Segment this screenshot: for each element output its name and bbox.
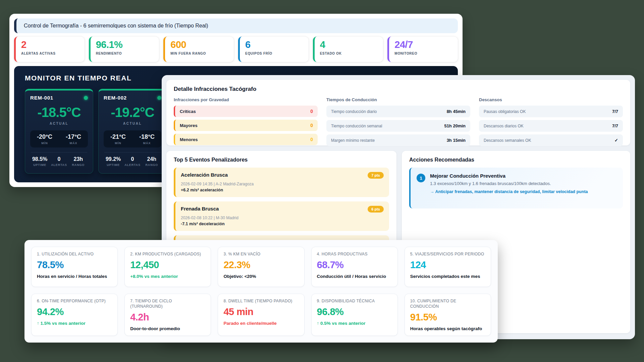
trailer-alerts-value: 0: [49, 156, 68, 162]
fleet-kpi-panel: 1. UTILIZACIÓN DEL ACTIVO 78.5% Horas en…: [24, 240, 498, 343]
thermography-title: Control de Termografía - 6 semirremolque…: [24, 23, 208, 29]
trailer-card-rem-001: REM-001 -18.5°C ACTUAL -20°C MÍN -17°C M…: [25, 89, 93, 174]
metric-value: 22.3%: [223, 259, 299, 270]
kpi-card-rendimiento: 96.1% RENDIMIENTO: [89, 37, 159, 62]
trailer-minmax-box: -20°C MÍN -17°C MÁX: [30, 130, 88, 147]
metric-subtext: Servicios completados este mes: [410, 274, 485, 279]
metric-subtext: Parado en cliente/muelle: [223, 321, 299, 326]
info-label: Pausas obligatorias OK: [484, 109, 526, 114]
trailer-stats-row: 99.2% UPTIME 0 ALERTAS 24h RANGO: [104, 156, 161, 167]
kpi-value: 24/7: [394, 40, 452, 50]
metric-label: 6. ON-TIME PERFORMANCE (OTP): [37, 298, 112, 304]
trailer-stats-row: 98.5% UPTIME 0 ALERTAS 23h RANGO: [30, 156, 88, 167]
severity-row-criticas: Críticas 0: [174, 106, 318, 117]
trailer-temperature-label: ACTUAL: [30, 122, 88, 125]
metric-label: 1. UTILIZACIÓN DEL ACTIVO: [37, 251, 112, 257]
metric-subtext: Horas operables según tacógrafo: [410, 326, 485, 331]
metric-label: 10. CUMPLIMIENTO DE CONDUCCIÓN: [410, 298, 485, 309]
info-label: Descansos diarios OK: [484, 124, 524, 128]
info-label: Tiempo conducción diario: [331, 109, 377, 114]
metric-value: 124: [410, 259, 485, 270]
metric-subtext: Conducción útil / Horas servicio: [317, 274, 392, 279]
severity-value: 0: [310, 123, 313, 128]
trailer-max-label: MÁX: [59, 141, 88, 145]
trailer-alerts-label: ALERTAS: [123, 163, 142, 167]
trailer-range-value: 24h: [142, 156, 161, 162]
info-value: 51h 20min: [444, 123, 466, 128]
tachograph-infractions-title: Detalle Infracciones Tacógrafo: [174, 86, 623, 93]
event-detail: -7.1 m/s² deceleración: [181, 222, 384, 226]
event-title: Aceleración Brusca: [181, 172, 228, 178]
metric-label: 4. HORAS PRODUCTIVAS: [317, 251, 392, 257]
info-label: Margen mínimo restante: [331, 138, 375, 143]
trailer-max-value: -17°C: [59, 133, 88, 140]
metric-label: 2. KM PRODUCTIVOS (CARGADOS): [130, 251, 205, 257]
kpi-card-min-fuera-rango: 600 MIN FUERA RANGO: [163, 37, 234, 62]
driving-times-column: Tiempos de Conducción Tiempo conducción …: [326, 97, 470, 149]
action-recommendation: → Anticipar frenadas, mantener distancia…: [430, 189, 588, 194]
severity-label: Críticas: [180, 109, 196, 114]
severity-label: Mayores: [180, 123, 198, 128]
thermography-title-bar: Control de Termografía - 6 semirremolque…: [14, 18, 458, 33]
kpi-card-alertas-activas: 2 ALERTAS ACTIVAS: [14, 37, 85, 62]
event-detail: +6.2 m/s² aceleración: [181, 188, 384, 192]
severity-row-menores: Menores 0: [174, 134, 318, 145]
rest-row: Descansos semanales OK ✓: [479, 134, 623, 146]
metric-value: 96.8%: [317, 306, 392, 317]
metric-value: 45 min: [223, 306, 299, 317]
metric-subtext: ↑ 0.5% vs mes anterior: [317, 321, 392, 326]
metric-label: 3. % KM EN VACÍO: [223, 251, 299, 257]
metric-value: 68.7%: [317, 259, 392, 270]
kpi-value: 4: [320, 40, 378, 50]
trailer-id: REM-002: [104, 95, 127, 101]
severity-value: 0: [310, 109, 313, 114]
metric-card-otp: 6. ON-TIME PERFORMANCE (OTP) 94.2% ↑ 1.5…: [31, 294, 118, 336]
thermography-kpi-row: 2 ALERTAS ACTIVAS 96.1% RENDIMIENTO 600 …: [14, 37, 458, 62]
trailer-temperature: -18.5°C: [30, 105, 88, 120]
metric-card-dwell-time: 8. DWELL TIME (TIEMPO PARADO) 45 min Par…: [218, 294, 304, 336]
kpi-value: 6: [245, 40, 303, 50]
metric-label: 9. DISPONIBILIDAD TÉCNICA: [317, 298, 392, 304]
metric-subtext: Horas en servicio / Horas totales: [37, 274, 112, 279]
kpi-label: ESTADO OK: [320, 52, 378, 55]
info-value: 8h 45min: [447, 109, 466, 114]
kpi-value: 2: [21, 40, 79, 50]
rest-row: Descansos diarios OK 7/7: [479, 120, 623, 132]
kpi-card-monitoreo: 24/7 MONITOREO: [387, 37, 458, 62]
severity-value: 0: [310, 137, 313, 142]
metric-subtext: Door-to-door promedio: [130, 326, 205, 331]
severity-label: Menores: [180, 137, 198, 142]
metric-value: 94.2%: [37, 306, 112, 317]
metric-subtext: +8.0% vs mes anterior: [130, 274, 205, 279]
trailer-alerts-value: 0: [123, 156, 142, 162]
trailer-max-value: -18°C: [132, 133, 161, 140]
driving-times-heading: Tiempos de Conducción: [326, 97, 470, 102]
trailer-uptime-label: UPTIME: [104, 163, 123, 167]
trailer-uptime-label: UPTIME: [30, 163, 49, 167]
action-title: Mejorar Conducción Preventiva: [430, 173, 588, 179]
trailer-temperature-label: ACTUAL: [104, 122, 161, 125]
event-item-frenada-brusca: Frenada Brusca 6 pts 2026-02-08 10:22 | …: [174, 201, 389, 231]
trailer-min-value: -20°C: [30, 133, 59, 140]
trailer-range-label: RANGO: [142, 163, 161, 167]
trailer-alerts-label: ALERTAS: [49, 163, 68, 167]
severity-heading: Infracciones por Gravedad: [174, 97, 318, 102]
trailer-max-label: MÁX: [132, 141, 161, 145]
kpi-label: EQUIPOS FRÍO: [245, 52, 303, 55]
check-icon: ✓: [614, 138, 618, 143]
metric-card-cumplimiento-conduccion: 10. CUMPLIMIENTO DE CONDUCCIÓN 91.5% Hor…: [405, 294, 491, 336]
metric-value: 78.5%: [37, 259, 112, 270]
driving-time-row: Margen mínimo restante 3h 15min: [326, 134, 470, 146]
trailer-min-label: MÍN: [30, 141, 59, 145]
kpi-label: ALERTAS ACTIVAS: [21, 52, 79, 55]
metric-card-disponibilidad-tecnica: 9. DISPONIBILIDAD TÉCNICA 96.8% ↑ 0.5% v…: [311, 294, 398, 336]
metric-label: 5. VIAJES/SERVICIOS POR PERIODO: [410, 251, 485, 257]
kpi-card-equipos-frio: 6 EQUIPOS FRÍO: [238, 37, 309, 62]
event-meta: 2026-02-09 14:35 | A-2 Madrid-Zaragoza: [181, 182, 384, 186]
metric-value: 91.5%: [410, 312, 485, 323]
event-title: Frenada Brusca: [181, 206, 219, 212]
severity-row-mayores: Mayores 0: [174, 120, 318, 131]
trailer-temperature: -19.2°C: [104, 105, 161, 120]
action-description: 1.3 excesos/100km y 1.6 frenadas bruscas…: [430, 181, 588, 186]
trailer-range-value: 23h: [69, 156, 88, 162]
